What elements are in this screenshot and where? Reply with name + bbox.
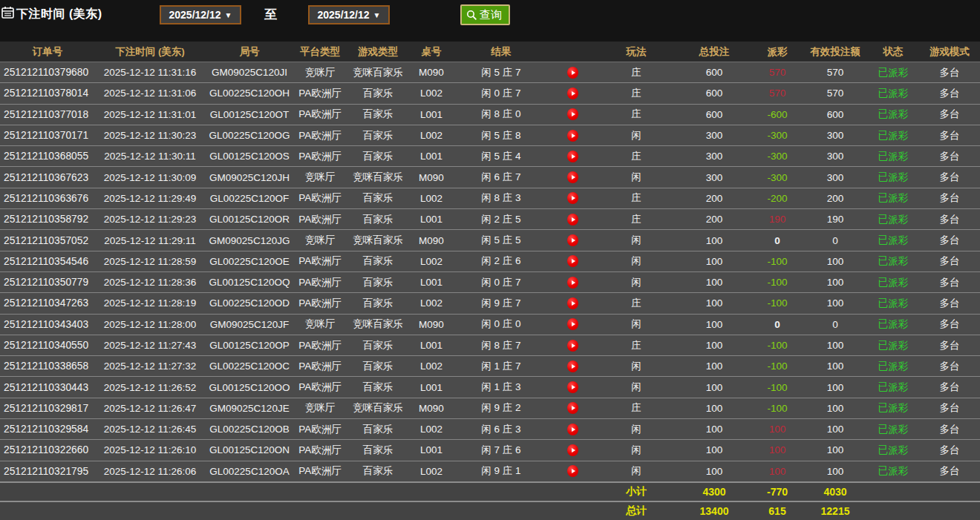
game-type-cell: 百家乐 [346, 191, 410, 205]
subtotal-bet: 4300 [677, 486, 751, 498]
round-id-cell: GL00225C120OG [205, 130, 294, 141]
replay-cell [549, 214, 595, 226]
play-icon[interactable] [567, 340, 578, 352]
valid-bet-cell: 100 [803, 256, 867, 267]
table-no-cell: L001 [410, 340, 453, 351]
play-icon[interactable] [567, 151, 578, 162]
game-type-cell: 百家乐 [346, 108, 410, 121]
play-icon[interactable] [567, 381, 578, 393]
game-type-cell: 百家乐 [346, 129, 410, 142]
total-bet-cell: 100 [677, 444, 751, 455]
valid-bet-cell: 300 [803, 130, 867, 141]
date-from-value: 2025/12/12 [169, 9, 221, 21]
bet-side-cell: 庄 [595, 150, 677, 163]
round-id-cell: GL00125C120OS [205, 151, 294, 162]
table-row: 251212110358792 2025-12-12 11:29:23 GL00… [0, 208, 980, 229]
game-type-cell: 百家乐 [346, 254, 410, 268]
column-header: 玩法 [595, 45, 677, 59]
result-cell: 闲 0 庄 7 [453, 276, 549, 289]
chevron-down-icon: ▼ [225, 11, 232, 19]
bet-side-cell: 闲 [595, 423, 677, 436]
play-icon[interactable] [567, 88, 578, 99]
bet-time-cell: 2025-12-12 11:31:01 [95, 109, 205, 120]
status-badge: 已派彩 [867, 339, 919, 352]
table-no-cell: L001 [410, 444, 453, 455]
play-icon[interactable] [567, 424, 578, 435]
date-to-value: 2025/12/12 [318, 9, 370, 21]
round-id-cell: GL00125C120OQ [205, 277, 294, 288]
bet-side-cell: 庄 [595, 66, 677, 79]
game-mode-cell: 多台 [919, 66, 980, 79]
payout-cell: -200 [751, 193, 803, 204]
status-badge: 已派彩 [867, 234, 919, 247]
play-icon[interactable] [567, 67, 578, 79]
payout-cell: 0 [751, 319, 803, 330]
platform-cell: PA欧洲厅 [294, 276, 346, 289]
calendar-icon [1, 6, 14, 19]
play-icon[interactable] [567, 255, 578, 267]
result-cell: 闲 0 庄 7 [453, 87, 549, 100]
status-badge: 已派彩 [867, 360, 919, 373]
platform-cell: PA欧洲厅 [294, 339, 346, 352]
bet-side-cell: 闲 [595, 171, 677, 184]
column-header: 游戏模式 [919, 45, 980, 59]
total-bet-cell: 100 [677, 297, 751, 309]
play-icon[interactable] [567, 297, 578, 309]
result-cell: 闲 1 庄 7 [453, 360, 549, 373]
play-icon[interactable] [567, 214, 578, 226]
play-icon[interactable] [567, 318, 578, 330]
platform-cell: PA欧洲厅 [294, 129, 346, 142]
play-icon[interactable] [567, 171, 578, 183]
bet-time-filter-label: 下注时间 (美东) [16, 7, 102, 22]
payout-cell: 570 [751, 88, 803, 99]
round-id-cell: GL00225C120OH [205, 88, 294, 99]
total-bet: 13400 [677, 505, 751, 517]
total-payout: 615 [751, 505, 803, 517]
play-icon[interactable] [567, 130, 578, 142]
table-row: 251212110322660 2025-12-12 11:26:10 GL00… [0, 439, 980, 460]
bet-side-cell: 闲 [595, 317, 677, 331]
platform-cell: PA欧洲厅 [294, 191, 346, 205]
bet-side-cell: 闲 [595, 254, 677, 268]
play-icon[interactable] [567, 277, 578, 289]
subtotal-row: 小计 4300 -770 4030 [0, 481, 980, 501]
query-button-label: 查询 [480, 8, 502, 22]
order-number-cell: 251212110330443 [0, 382, 95, 393]
result-cell: 闲 5 庄 4 [453, 150, 549, 163]
total-row: 总计 13400 615 12215 [0, 501, 980, 520]
game-mode-cell: 多台 [919, 297, 980, 310]
bet-side-cell: 庄 [595, 108, 677, 121]
table-row: 251212110321795 2025-12-12 11:26:06 GL00… [0, 461, 980, 481]
play-icon[interactable] [567, 402, 578, 414]
game-type-cell: 百家乐 [346, 464, 410, 478]
play-icon[interactable] [567, 192, 578, 204]
game-mode-cell: 多台 [919, 129, 980, 142]
game-mode-cell: 多台 [919, 254, 980, 268]
order-number-cell: 251212110329584 [0, 424, 95, 435]
search-icon [466, 10, 477, 21]
status-badge: 已派彩 [867, 444, 919, 457]
platform-cell: PA欧洲厅 [294, 213, 346, 226]
total-bet-cell: 100 [677, 424, 751, 435]
query-button[interactable]: 查询 [460, 4, 510, 25]
game-type-cell: 竞咪百家乐 [346, 401, 410, 415]
play-icon[interactable] [567, 108, 578, 120]
round-id-cell: GM09025C120JE [205, 403, 294, 414]
order-number-cell: 251212110340550 [0, 340, 95, 351]
play-icon[interactable] [567, 234, 578, 246]
total-label: 总计 [595, 504, 677, 518]
column-header: 游戏类型 [346, 45, 410, 59]
round-id-cell: GL00125C120OT [205, 109, 294, 120]
replay-cell [549, 67, 595, 79]
game-mode-cell: 多台 [919, 317, 980, 331]
payout-cell: -100 [751, 361, 803, 372]
date-to-select[interactable]: 2025/12/12 ▼ [308, 5, 390, 24]
replay-cell [549, 277, 595, 289]
payout-cell: 570 [751, 67, 803, 78]
replay-cell [549, 340, 595, 352]
date-from-select[interactable]: 2025/12/12 ▼ [160, 5, 241, 24]
play-icon[interactable] [567, 465, 578, 477]
play-icon[interactable] [567, 361, 578, 372]
play-icon[interactable] [567, 444, 578, 456]
bet-time-cell: 2025-12-12 11:29:49 [95, 193, 205, 204]
